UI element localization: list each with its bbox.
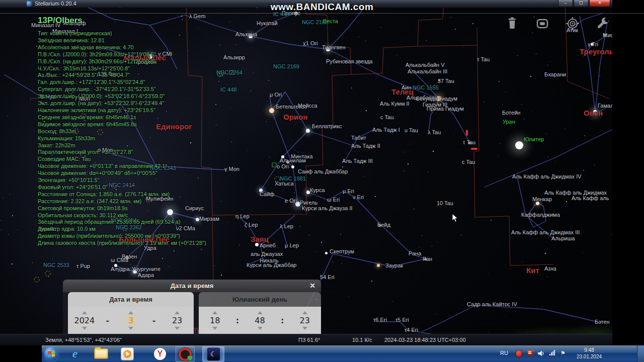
spin-down-arrow[interactable]: [258, 327, 263, 330]
yandex-icon: Y: [154, 348, 166, 360]
tab-datetime[interactable]: Дата и время: [68, 292, 194, 307]
sky-label: η Lep: [235, 213, 250, 219]
taskbar-media-player[interactable]: [118, 346, 136, 361]
spin-up-arrow[interactable]: [82, 311, 87, 314]
info-line: Диаметр комы (приблизительно): 255000 км…: [38, 233, 206, 240]
day-spinner[interactable]: 23: [166, 311, 189, 330]
spin-down-arrow[interactable]: [212, 327, 217, 330]
info-line: Аз./Выс.: +244°59'28.5"/+35°48'04.7": [38, 72, 206, 79]
trash-icon[interactable]: [505, 16, 520, 31]
taskbar-bandicam[interactable]: [176, 346, 195, 362]
tray-power-icon[interactable]: [527, 350, 533, 356]
info-line: Супергал. долг./шир.: -37°41'20.1"/-31°5…: [38, 86, 206, 93]
status-fps: 10.1 К/с: [352, 337, 372, 343]
taskbar-left-gap: [0, 345, 42, 362]
spin-up-arrow[interactable]: [175, 311, 180, 314]
info-line: Наклонение эклиптики (на дату): +23°26'1…: [38, 107, 206, 114]
info-line: Ч.У./Скл.: 3h15m16.13s/+12°25'00.8": [38, 65, 206, 72]
stop-icon[interactable]: [535, 16, 550, 31]
sky-label: Алудра: [111, 266, 130, 272]
taskbar-internet-explorer[interactable]: e: [66, 346, 84, 361]
start-button[interactable]: [42, 346, 60, 361]
hour-spinner[interactable]: 18: [203, 311, 226, 330]
date-spinners: 2024 - 3 - 23: [68, 307, 194, 334]
tray-time: 9:48: [573, 347, 606, 353]
sky-label: μ Eri: [343, 188, 354, 194]
sky-label: 54 Eri: [320, 274, 335, 280]
spin-down-arrow[interactable]: [82, 327, 87, 330]
info-line: Расстояние: 2.322 а.е. (347.422 млн. км): [38, 198, 206, 205]
status-fov: ПЗ 61.6°: [298, 337, 320, 343]
sky-label: Табит: [351, 135, 366, 141]
spin-down-arrow[interactable]: [302, 327, 307, 330]
language-indicator[interactable]: RU: [500, 350, 508, 356]
spin-down-arrow[interactable]: [175, 327, 180, 330]
sky-label: ω CMa: [111, 257, 128, 263]
sky-label: μ Lep: [285, 242, 299, 248]
taskbar-explorer[interactable]: [92, 346, 110, 361]
sky-label: Овен: [584, 109, 603, 117]
taskbar-stellarium[interactable]: ☾: [202, 346, 224, 362]
info-line: Диаметр ядра: 10.0 км: [38, 226, 206, 233]
info-line: Длина газового хвоста (приблизительно): …: [38, 240, 206, 247]
spin-up-arrow[interactable]: [128, 311, 133, 314]
tray-clock[interactable]: 9:48 23.01.2024: [573, 347, 606, 360]
stellarium-window: Миназал IVАльтарфМиназал Iλ GemПропусIC …: [0, 0, 612, 345]
info-line: Экл. долг./шир. (J2000.0): +53°02'18.6"/…: [38, 93, 206, 100]
taskbar-yandex[interactable]: Y: [151, 346, 169, 361]
sky-label: Азха: [544, 265, 556, 272]
day-value: 23: [172, 316, 182, 325]
tray-volume-icon[interactable]: [537, 350, 544, 357]
sky-label: Аль Тадж I: [372, 127, 400, 133]
target-icon[interactable]: [565, 16, 580, 31]
object-name: 13P/Olbers: [38, 16, 206, 26]
dialog-title[interactable]: Дата и время: [63, 280, 321, 292]
sky-label: Альриша: [551, 235, 575, 241]
sky-label: Альхена: [235, 31, 257, 37]
tray-network-icon[interactable]: [549, 350, 555, 355]
year-spinner[interactable]: 2024: [73, 311, 96, 330]
sky-label: Аль Кумм II: [380, 101, 410, 107]
tray-bandicam-icon[interactable]: [515, 350, 523, 357]
sky-label: Заурак: [385, 262, 403, 268]
spin-up-arrow[interactable]: [258, 311, 263, 314]
second-spinner[interactable]: 23: [293, 311, 316, 330]
second-value: 23: [300, 316, 310, 325]
sky-label: Сайф: [260, 191, 274, 197]
info-line: Звёздный период обращения: 25393.65 дней…: [38, 219, 206, 226]
month-spinner[interactable]: 3: [119, 311, 142, 330]
year-value: 2024: [74, 316, 95, 325]
info-line: Гал. долг./шир.: +172°12'30.1"/-35°02'24…: [38, 79, 206, 86]
sky-label: Алькальбайн III: [408, 68, 447, 74]
minute-value: 48: [255, 316, 265, 325]
sky-label: NGC 2169: [273, 63, 299, 69]
tab-julian-day[interactable]: Юлианский день: [199, 292, 321, 307]
media-player-icon: [121, 347, 134, 360]
bandicam-icon: [179, 348, 192, 361]
sky-label: Нукатай: [257, 20, 278, 26]
info-line: Видимое звёздное время: 6h45m45.8s: [38, 121, 206, 128]
show-desktop-button[interactable]: [637, 345, 644, 362]
sky-label: λ Tau: [428, 129, 441, 135]
sky-label: Хатыса: [275, 180, 294, 187]
spin-up-arrow[interactable]: [212, 311, 217, 314]
sky-label: Веста: [323, 18, 338, 24]
dialog-close-icon[interactable]: ✕: [308, 281, 317, 290]
spin-up-arrow[interactable]: [302, 311, 307, 314]
sky-label: е Ori: [285, 198, 297, 204]
mouse-cursor: [452, 213, 459, 223]
sky-label: λ Lep: [280, 223, 293, 229]
info-line: Закат: 22h32m: [38, 142, 206, 149]
sky-label: Скептрум: [330, 248, 354, 254]
tray-date: 23.01.2024: [573, 353, 606, 360]
time-spinners: 18 : 48 : 23: [199, 307, 321, 334]
info-line: Часовое движение: dα=+0°00'49" dδ=+0°00'…: [38, 170, 206, 177]
minute-spinner[interactable]: 48: [249, 311, 272, 330]
sky-label: NGC 1555: [413, 84, 439, 90]
wrench-icon[interactable]: [595, 16, 610, 31]
spin-down-arrow[interactable]: [128, 327, 133, 330]
sky-label: аль Джаузах: [251, 251, 283, 257]
julian-group: Юлианский день 18 : 48 :: [199, 292, 321, 334]
dialog-body: Дата и время 2024 - 3 -: [63, 292, 321, 334]
sky-label: Гамаль: [598, 103, 612, 109]
